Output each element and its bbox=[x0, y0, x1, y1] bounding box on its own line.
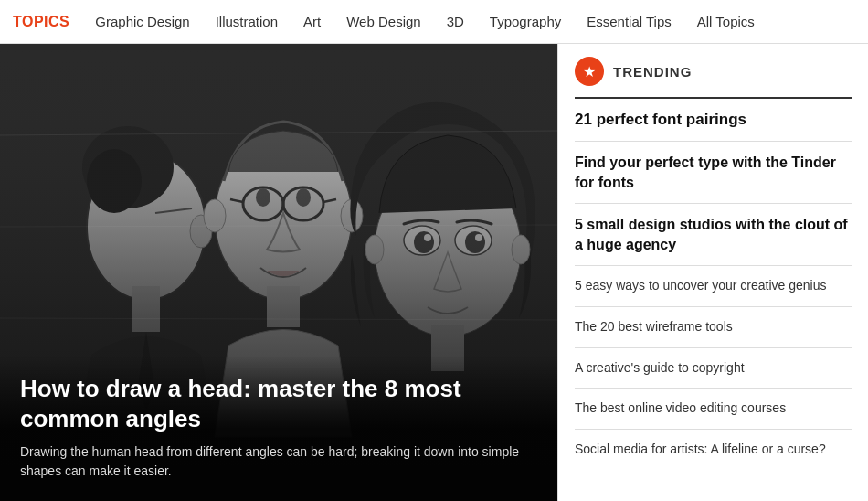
trending-link-1[interactable]: 21 perfect font pairings bbox=[575, 111, 746, 128]
sidebar: ★ TRENDING 21 perfect font pairings Find… bbox=[557, 44, 868, 501]
nav-item-graphic-design[interactable]: Graphic Design bbox=[82, 0, 202, 43]
trending-link-4[interactable]: 5 easy ways to uncover your creative gen… bbox=[575, 278, 826, 293]
trending-item-1[interactable]: 21 perfect font pairings bbox=[575, 99, 852, 142]
hero-description: Drawing the human head from different an… bbox=[20, 442, 537, 481]
trending-link-8[interactable]: Social media for artists: A lifeline or … bbox=[575, 442, 826, 456]
trending-item-4[interactable]: 5 easy ways to uncover your creative gen… bbox=[575, 266, 852, 307]
trending-link-6[interactable]: A creative's guide to copyright bbox=[575, 360, 745, 375]
trending-item-7[interactable]: The best online video editing courses bbox=[575, 389, 852, 430]
nav-item-art[interactable]: Art bbox=[291, 0, 333, 43]
nav-item-typography[interactable]: Typography bbox=[477, 0, 574, 43]
nav-item-essential-tips[interactable]: Essential Tips bbox=[574, 0, 684, 43]
trending-item-8[interactable]: Social media for artists: A lifeline or … bbox=[575, 430, 852, 470]
nav-item-3d[interactable]: 3D bbox=[434, 0, 477, 43]
star-icon: ★ bbox=[583, 63, 596, 80]
main-nav: TOPICS Graphic Design Illustration Art W… bbox=[0, 0, 868, 44]
trending-label: TRENDING bbox=[613, 64, 692, 80]
trending-item-2[interactable]: Find your perfect type with the Tinder f… bbox=[575, 142, 852, 204]
trending-icon: ★ bbox=[575, 57, 604, 86]
main-layout: How to draw a head: master the 8 most co… bbox=[0, 44, 868, 501]
nav-item-illustration[interactable]: Illustration bbox=[203, 0, 291, 43]
trending-item-3[interactable]: 5 small design studios with the clout of… bbox=[575, 204, 852, 266]
trending-link-5[interactable]: The 20 best wireframe tools bbox=[575, 319, 733, 334]
trending-link-3[interactable]: 5 small design studios with the clout of… bbox=[575, 217, 848, 252]
nav-item-web-design[interactable]: Web Design bbox=[333, 0, 433, 43]
trending-header: ★ TRENDING bbox=[575, 44, 852, 99]
nav-item-all-topics[interactable]: All Topics bbox=[684, 0, 767, 43]
trending-link-7[interactable]: The best online video editing courses bbox=[575, 400, 786, 415]
trending-item-6[interactable]: A creative's guide to copyright bbox=[575, 348, 852, 389]
nav-brand[interactable]: TOPICS bbox=[0, 0, 82, 43]
trending-item-5[interactable]: The 20 best wireframe tools bbox=[575, 307, 852, 348]
trending-link-2[interactable]: Find your perfect type with the Tinder f… bbox=[575, 155, 836, 190]
hero-title: How to draw a head: master the 8 most co… bbox=[20, 374, 537, 433]
hero-overlay: How to draw a head: master the 8 most co… bbox=[0, 356, 557, 501]
hero-section[interactable]: How to draw a head: master the 8 most co… bbox=[0, 44, 557, 501]
